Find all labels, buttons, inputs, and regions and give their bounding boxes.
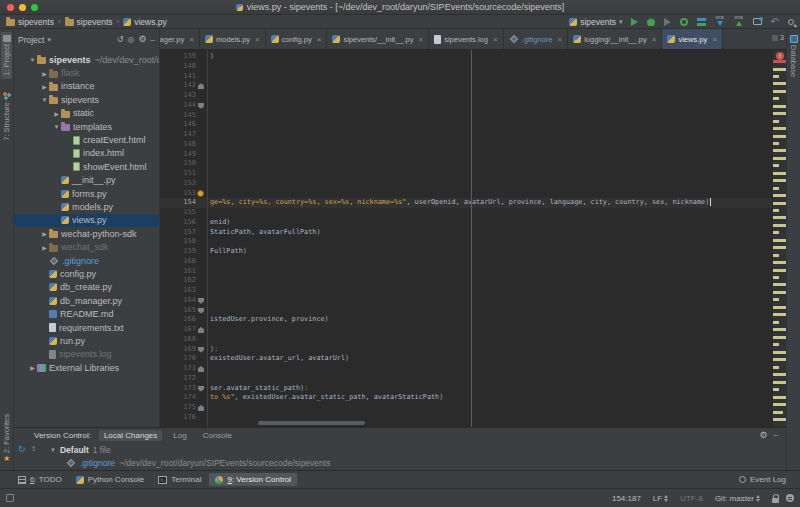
stripe-mark[interactable] xyxy=(773,328,786,331)
code-line-159[interactable]: 159FullPath) xyxy=(160,247,772,257)
rollback-icon[interactable]: ↶ xyxy=(771,17,779,26)
stripe-mark[interactable] xyxy=(773,157,786,160)
lock-icon[interactable] xyxy=(772,498,779,503)
toolwindow-button-python-console[interactable]: Python Console xyxy=(70,473,150,486)
stripe-mark[interactable] xyxy=(773,172,786,175)
hidden-tabs-indicator[interactable]: 3 xyxy=(772,34,784,41)
code-line-147[interactable]: 147 xyxy=(160,130,772,140)
status-item-154-187[interactable]: 154:187 xyxy=(612,494,641,503)
collapsed-arrow-icon[interactable]: ▶ xyxy=(40,70,49,77)
tree-item-templates[interactable]: ▼templates xyxy=(14,120,159,133)
stripe-mark[interactable] xyxy=(773,269,786,272)
close-tab-icon[interactable]: × xyxy=(189,35,194,44)
close-tab-icon[interactable]: × xyxy=(712,35,717,44)
fold-marker-icon[interactable] xyxy=(198,298,204,304)
close-tab-icon[interactable]: × xyxy=(255,35,260,44)
tree-item-init-py[interactable]: __init__.py xyxy=(14,174,159,187)
code-line-166[interactable]: 166istedUser.province, province) xyxy=(160,315,772,325)
collapsed-arrow-icon[interactable]: ▶ xyxy=(28,364,37,371)
close-tab-icon[interactable]: × xyxy=(652,35,657,44)
breadcrumb-item-sipevents[interactable]: sipevents xyxy=(6,17,54,27)
tree-item-run-py[interactable]: run.py xyxy=(14,334,159,347)
code-line-151[interactable]: 151 xyxy=(160,169,772,179)
expanded-arrow-icon[interactable]: ▼ xyxy=(52,124,61,130)
code-line-148[interactable]: 148 xyxy=(160,140,772,150)
stripe-mark[interactable] xyxy=(773,112,786,115)
editor-tab-views-py[interactable]: views.py× xyxy=(662,29,722,49)
vcs-tab-local-changes[interactable]: Local Changes xyxy=(99,430,162,441)
run-configuration-selector[interactable]: sipevents ▾ xyxy=(569,17,622,27)
stripe-mark[interactable] xyxy=(773,68,786,71)
changelist-row[interactable]: ▼ Default 1 file xyxy=(50,445,111,455)
code-line-167[interactable]: 167 xyxy=(160,325,772,335)
stripe-mark[interactable] xyxy=(773,209,779,212)
tree-item-models-py[interactable]: models.py xyxy=(14,200,159,213)
fold-marker-icon[interactable] xyxy=(198,386,204,392)
stripe-item-database[interactable]: Database xyxy=(788,32,799,80)
coverage-icon[interactable] xyxy=(664,18,671,26)
expanded-arrow-icon[interactable]: ▼ xyxy=(50,447,56,453)
vcs-tab-log[interactable]: Log xyxy=(168,430,191,441)
gear-icon[interactable]: ⚙ xyxy=(138,35,146,44)
gear-icon[interactable]: ⚙ xyxy=(759,431,767,440)
tree-item-requirements-txt[interactable]: requirements.txt xyxy=(14,321,159,334)
tree-item-static[interactable]: ▶static xyxy=(14,107,159,120)
code-line-171[interactable]: 171 xyxy=(160,364,772,374)
code-line-150[interactable]: 150 xyxy=(160,159,772,169)
stripe-mark[interactable] xyxy=(773,224,786,227)
horizontal-scrollbar[interactable] xyxy=(258,421,365,425)
editor-tab-models-py[interactable]: models.py× xyxy=(200,29,266,49)
stripe-mark[interactable] xyxy=(773,276,779,279)
tree-item-forms-py[interactable]: forms.py xyxy=(14,187,159,200)
fold-marker-icon[interactable] xyxy=(198,103,204,109)
code-line-146[interactable]: 146 xyxy=(160,120,772,130)
stripe-mark[interactable] xyxy=(773,127,786,130)
highlighting-level-icon[interactable] xyxy=(786,494,794,502)
code-line-169[interactable]: 169): xyxy=(160,345,772,355)
refresh-icon[interactable]: ↻ xyxy=(18,445,26,454)
stripe-mark[interactable] xyxy=(773,202,786,205)
close-tab-icon[interactable]: × xyxy=(317,35,322,44)
toolwindow-button-6-todo[interactable]: 6: TODO xyxy=(12,473,68,486)
tree-item-sipevents[interactable]: ▼sipevents~/dev/dev_root/d xyxy=(14,53,159,66)
stripe-mark[interactable] xyxy=(773,239,786,242)
stripe-mark[interactable] xyxy=(773,254,779,257)
hide-icon[interactable]: – xyxy=(774,431,778,440)
status-item-utf-8[interactable]: UTF-8 xyxy=(680,494,703,503)
stripe-mark[interactable] xyxy=(773,388,779,391)
tree-item-config-py[interactable]: config.py xyxy=(14,267,159,280)
stripe-mark[interactable] xyxy=(773,291,786,294)
code-line-160[interactable]: 160 xyxy=(160,257,772,267)
stripe-mark[interactable] xyxy=(773,283,786,286)
breadcrumb-item-views-py[interactable]: views.py xyxy=(123,17,167,27)
stripe-mark[interactable] xyxy=(773,97,779,100)
stripe-mark[interactable] xyxy=(773,142,779,145)
stripe-mark[interactable] xyxy=(773,418,786,421)
tree-item-sipevents-log[interactable]: sipevents.log xyxy=(14,348,159,361)
code-line-142[interactable]: 142 xyxy=(160,81,772,91)
close-tab-icon[interactable]: × xyxy=(493,35,498,44)
tree-item-db-create-py[interactable]: db_create.py xyxy=(14,281,159,294)
collapsed-arrow-icon[interactable]: ▶ xyxy=(40,83,49,90)
code-line-176[interactable]: 176 xyxy=(160,413,772,423)
fold-marker-icon[interactable] xyxy=(198,327,204,333)
stripe-item-7-structure[interactable]: 7: Structure xyxy=(1,89,12,144)
code-line-143[interactable]: 143 xyxy=(160,91,772,101)
code-line-164[interactable]: 164 xyxy=(160,296,772,306)
toolwindow-button-event-log[interactable]: Event Log xyxy=(733,473,792,486)
stripe-mark[interactable] xyxy=(773,149,786,152)
stripe-mark[interactable] xyxy=(773,351,786,354)
code-line-175[interactable]: 175 xyxy=(160,403,772,413)
vcs-tab-console[interactable]: Console xyxy=(198,430,237,441)
stripe-mark[interactable] xyxy=(773,216,786,219)
stripe-item-1-project[interactable]: 1: Project xyxy=(1,32,12,79)
code-area[interactable]: 139)140141142143144145146147148149150151… xyxy=(160,50,786,427)
tree-item-gitignore[interactable]: .gitignore xyxy=(14,254,159,267)
code-line-154[interactable]: 154ge=%s, city=%s, country=%s, sex=%s, n… xyxy=(160,198,772,208)
code-line-163[interactable]: 163 xyxy=(160,286,772,296)
stripe-mark[interactable] xyxy=(773,261,786,264)
code-line-153[interactable]: 153 xyxy=(160,189,772,199)
stripe-mark[interactable] xyxy=(773,187,779,190)
editor-tab-manager-py[interactable]: manager.py× xyxy=(160,29,200,49)
tree-item-showevent-html[interactable]: showEvent.html xyxy=(14,160,159,173)
